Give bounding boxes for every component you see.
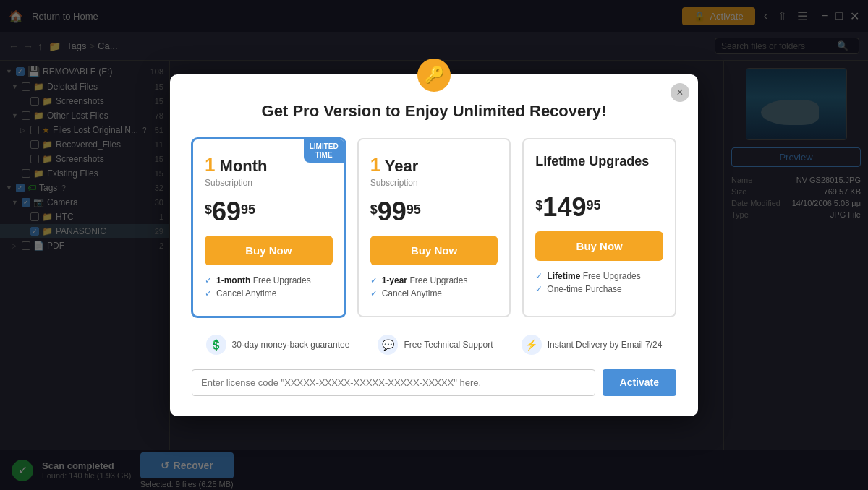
modal-title: Get Pro Version to Enjoy Unlimited Recov… bbox=[192, 102, 676, 121]
key-icon: 🔑 bbox=[425, 66, 444, 85]
plans-container: LIMITEDTIME 1 Month Subscription $ 69 95… bbox=[192, 138, 676, 317]
plan-features-year: ✓ 1-year Free Upgrades ✓ Cancel Anytime bbox=[370, 275, 498, 298]
plan-badge-month: LIMITEDTIME bbox=[304, 139, 344, 163]
feature-item: ✓ Lifetime Free Upgrades bbox=[535, 271, 663, 281]
plan-price-lifetime: $ 149 95 bbox=[535, 192, 663, 223]
feature-item: ✓ Cancel Anytime bbox=[205, 288, 333, 298]
plan-duration-year: 1 Year bbox=[370, 154, 498, 176]
guarantee-money: 💲 30-day money-back guarantee bbox=[206, 335, 350, 355]
check-icon: ✓ bbox=[535, 284, 542, 294]
buy-year-button[interactable]: Buy Now bbox=[370, 236, 498, 265]
check-icon: ✓ bbox=[205, 275, 212, 285]
buy-lifetime-button[interactable]: Buy Now bbox=[535, 231, 663, 261]
feature-item: ✓ 1-year Free Upgrades bbox=[370, 275, 498, 285]
modal-overlay: 🔑 × Get Pro Version to Enjoy Unlimited R… bbox=[0, 0, 868, 490]
plan-type-year: Subscription bbox=[370, 178, 498, 188]
plan-features-month: ✓ 1-month Free Upgrades ✓ Cancel Anytime bbox=[205, 275, 333, 298]
plan-card-lifetime: Lifetime Upgrades $ 149 95 Buy Now ✓ Lif… bbox=[522, 138, 676, 317]
plan-num: 1 bbox=[370, 154, 380, 176]
plan-period: Month bbox=[220, 157, 268, 175]
guarantee-delivery: ⚡ Instant Delivery by Email 7/24 bbox=[522, 335, 663, 355]
guarantee-support: 💬 Free Technical Support bbox=[378, 335, 493, 355]
feature-item: ✓ 1-month Free Upgrades bbox=[205, 275, 333, 285]
check-icon: ✓ bbox=[370, 275, 378, 285]
plan-card-month: LIMITEDTIME 1 Month Subscription $ 69 95… bbox=[192, 138, 346, 317]
license-row: Activate bbox=[192, 369, 676, 396]
plan-price-month: $ 69 95 bbox=[205, 197, 333, 227]
plan-features-lifetime: ✓ Lifetime Free Upgrades ✓ One-time Purc… bbox=[535, 271, 663, 294]
guarantee-label: 30-day money-back guarantee bbox=[232, 340, 350, 350]
price-whole: 99 bbox=[378, 197, 407, 227]
plan-type-lifetime bbox=[535, 171, 663, 184]
modal-close-button[interactable]: × bbox=[671, 83, 689, 102]
check-icon: ✓ bbox=[535, 271, 542, 281]
price-whole: 149 bbox=[542, 192, 586, 223]
delivery-icon: ⚡ bbox=[522, 335, 542, 355]
plan-card-year: 1 Year Subscription $ 99 95 Buy Now ✓ 1-… bbox=[357, 138, 511, 317]
feature-item: ✓ Cancel Anytime bbox=[370, 288, 498, 298]
plan-duration-lifetime: Lifetime Upgrades bbox=[535, 154, 663, 169]
license-input[interactable] bbox=[192, 369, 595, 396]
plan-price-year: $ 99 95 bbox=[370, 197, 498, 227]
price-whole: 69 bbox=[212, 197, 241, 227]
plan-num: 1 bbox=[205, 154, 215, 176]
check-icon: ✓ bbox=[370, 288, 378, 298]
modal-logo: 🔑 bbox=[417, 59, 451, 92]
guarantee-label: Free Technical Support bbox=[404, 340, 493, 350]
guarantee-label: Instant Delivery by Email 7/24 bbox=[548, 340, 663, 350]
plan-period: Lifetime Upgrades bbox=[535, 154, 649, 168]
feature-item: ✓ One-time Purchase bbox=[535, 284, 663, 294]
guarantee-row: 💲 30-day money-back guarantee 💬 Free Tec… bbox=[192, 335, 676, 355]
support-icon: 💬 bbox=[378, 335, 398, 355]
modal: 🔑 × Get Pro Version to Enjoy Unlimited R… bbox=[170, 74, 698, 416]
plan-type-month: Subscription bbox=[205, 178, 333, 188]
buy-month-button[interactable]: Buy Now bbox=[205, 236, 333, 265]
plan-period: Year bbox=[385, 157, 419, 175]
check-icon: ✓ bbox=[205, 288, 212, 298]
money-icon: 💲 bbox=[206, 335, 226, 355]
license-activate-button[interactable]: Activate bbox=[603, 369, 676, 396]
